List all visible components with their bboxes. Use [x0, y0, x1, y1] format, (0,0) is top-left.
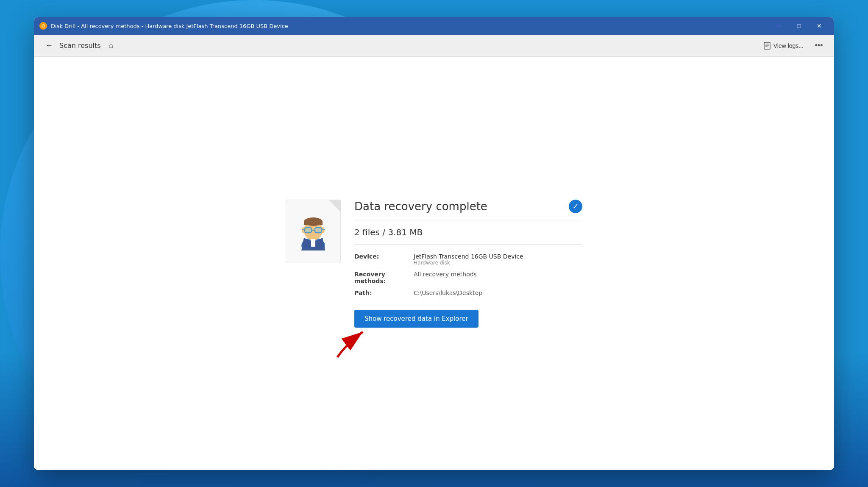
logs-icon: [763, 42, 771, 50]
device-label: Device:: [354, 253, 414, 266]
file-count: 2 files / 3.81 MB: [354, 227, 582, 245]
maximize-button[interactable]: □: [789, 19, 809, 32]
window-controls: ─ □ ✕: [769, 19, 829, 32]
svg-text:⚙: ⚙: [41, 23, 45, 29]
svg-rect-10: [304, 222, 323, 225]
recovery-card: Data recovery complete ✓ 2 files / 3.81 …: [286, 200, 582, 328]
path-label: Path:: [354, 289, 414, 296]
info-panel: Data recovery complete ✓ 2 files / 3.81 …: [354, 200, 582, 328]
close-button[interactable]: ✕: [810, 19, 829, 32]
window-title: Disk Drill - All recovery methods - Hard…: [51, 23, 769, 29]
avatar: [296, 212, 330, 250]
view-logs-button[interactable]: View logs...: [760, 40, 807, 51]
device-type: Hardware disk: [414, 260, 582, 266]
home-button[interactable]: ⌂: [104, 39, 118, 53]
check-icon: ✓: [569, 200, 582, 213]
content-area: Data recovery complete ✓ 2 files / 3.81 …: [34, 57, 834, 470]
svg-point-19: [316, 228, 321, 232]
path-value: C:\Users\lukas\Desktop: [414, 289, 582, 296]
titlebar: ⚙ Disk Drill - All recovery methods - Ha…: [34, 17, 834, 35]
svg-rect-2: [764, 42, 770, 49]
minimize-button[interactable]: ─: [769, 19, 788, 32]
svg-point-18: [306, 228, 311, 232]
show-explorer-button[interactable]: Show recovered data in Explorer: [354, 310, 479, 328]
arrow-annotation: [329, 323, 380, 362]
toolbar-right: View logs... •••: [760, 39, 826, 53]
file-illustration: [286, 200, 341, 263]
device-name: JetFlash Transcend 16GB USB Device: [414, 253, 582, 260]
app-icon: ⚙: [39, 22, 47, 30]
breadcrumb: Scan results: [59, 42, 101, 50]
recovery-action-area: Show recovered data in Explorer: [354, 310, 582, 328]
recovery-header: Data recovery complete ✓: [354, 200, 582, 220]
view-logs-label: View logs...: [773, 42, 804, 49]
svg-rect-20: [311, 239, 315, 247]
recovery-title: Data recovery complete: [354, 200, 487, 213]
methods-value: All recovery methods: [414, 271, 582, 284]
methods-label: Recovery methods:: [354, 271, 414, 284]
toolbar-left: ← Scan results ⌂: [42, 39, 760, 53]
app-window: ⚙ Disk Drill - All recovery methods - Ha…: [34, 17, 834, 470]
back-button[interactable]: ←: [42, 39, 56, 53]
more-button[interactable]: •••: [812, 39, 826, 53]
info-table: Device: JetFlash Transcend 16GB USB Devi…: [354, 253, 582, 296]
red-arrow-svg: [329, 323, 380, 362]
avatar-container: [294, 208, 332, 255]
device-value-group: JetFlash Transcend 16GB USB Device Hardw…: [414, 253, 582, 266]
toolbar: ← Scan results ⌂ View logs... •••: [34, 35, 834, 57]
